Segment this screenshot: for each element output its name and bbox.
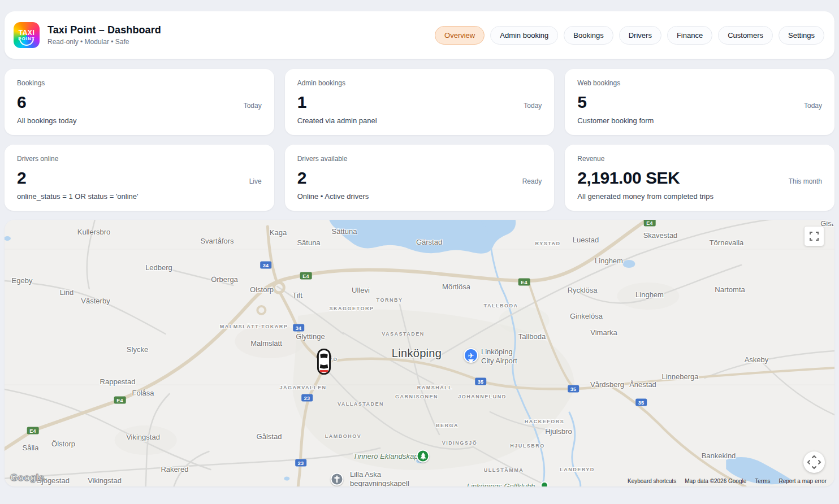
map-label-tift: Tift: [292, 291, 302, 299]
map-district-j-garvallen: JÄGARVALLEN: [279, 385, 326, 390]
card-caption: Customer booking form: [577, 116, 822, 125]
map-label-kullersbro: Kullersbro: [77, 228, 111, 236]
card-value: 2: [297, 170, 306, 186]
map-poi-link-ping: LinköpingCity Airport: [481, 347, 517, 365]
map-district-sk-ggetorp: SKÄGGETORP: [330, 306, 374, 311]
logo-text-bottom: POINT: [18, 37, 34, 41]
card-value: 2: [17, 170, 26, 186]
map-label-luestad: Luestad: [573, 236, 599, 244]
map-label-fol-sa: Folåsa: [132, 389, 154, 397]
map-district-hackefors: HACKEFORS: [525, 419, 565, 424]
card-caption: All bookings today: [17, 116, 262, 125]
road-badge-e4: E4: [300, 272, 312, 280]
card-value: 5: [577, 94, 586, 111]
chapel-marker[interactable]: [331, 473, 344, 486]
map-label-kaga: Kaga: [270, 228, 287, 237]
card-badge: Today: [804, 102, 822, 110]
card-label: Bookings: [17, 79, 262, 87]
road-badge-23: 23: [301, 394, 313, 402]
cross-icon: [334, 476, 340, 483]
map-label-m-rtl-sa: Mörtlösa: [442, 283, 470, 291]
card-badge: This month: [789, 177, 822, 185]
map-district-vidingsj: VIDINGSJÖ: [442, 440, 478, 446]
keyboard-shortcuts-link[interactable]: Keyboard shortcuts: [628, 478, 676, 484]
road-badge-e4: E4: [27, 427, 39, 435]
terms-link[interactable]: Terms: [755, 478, 770, 484]
park-marker[interactable]: [417, 450, 430, 463]
map-label-lstorp: Ölstorp: [51, 440, 75, 448]
map-label-slycke: Slycke: [127, 345, 148, 354]
map-attribution: Keyboard shortcuts Map data ©2026 Google…: [628, 478, 827, 484]
card-badge: Today: [524, 102, 542, 110]
map-district-johannelund: JOHANNELUND: [458, 394, 507, 399]
card-badge: Today: [244, 102, 262, 110]
airport-marker[interactable]: ✈: [464, 348, 478, 363]
brand: TAXI POINT Taxi Point – Dashboard Read-o…: [14, 22, 161, 48]
map-label-nestad: Ånestad: [629, 380, 656, 389]
map-district-ullst-mma: ULLSTÄMMA: [484, 467, 524, 473]
card-label: Drivers online: [17, 155, 262, 163]
golf-marker[interactable]: [540, 481, 548, 486]
road-badge-34: 34: [293, 324, 304, 332]
card-label: Admin bookings: [297, 79, 542, 87]
nav-tab-admin-booking[interactable]: Admin booking: [490, 26, 558, 45]
card-value: 2,191.00 SEK: [577, 170, 680, 186]
page-subtitle: Read-only • Modular • Safe: [47, 38, 161, 46]
nav-tab-bookings[interactable]: Bookings: [564, 26, 613, 45]
card-value: 6: [17, 94, 26, 111]
map-label-rberga: Örberga: [211, 275, 238, 284]
map-city-label: Linköping: [392, 347, 442, 360]
map-label-egeby: Egeby: [12, 276, 33, 285]
card-value: 1: [297, 94, 306, 111]
road-badge-35: 35: [475, 378, 486, 385]
map-poi-lilla-aska: Lilla Askabegravningskapell: [350, 470, 409, 486]
fullscreen-icon: [810, 232, 819, 241]
map-poi-tinner-eklandskap: Tinnerö Eklandskap: [353, 452, 418, 460]
stat-card-revenue: Revenue2,191.00 SEKThis monthAll generat…: [565, 145, 834, 211]
map-label-g-rstad: Gärstad: [416, 238, 442, 246]
map-district-tallboda: TALLBODA: [484, 303, 518, 309]
logo-text-top: TAXI: [19, 29, 34, 36]
nav-tab-settings[interactable]: Settings: [779, 26, 824, 45]
map-label-glyttinge: Glyttinge: [296, 332, 325, 341]
nav-tab-drivers[interactable]: Drivers: [619, 26, 661, 45]
map-label-vikingstad: Vikingstad: [126, 433, 160, 441]
map-district-vallastaden: VALLASTADEN: [338, 401, 384, 407]
map-label-g-lstad: Gålstad: [257, 432, 282, 441]
nav-tab-finance[interactable]: Finance: [667, 26, 712, 45]
card-label: Drivers available: [297, 155, 542, 163]
google-logo[interactable]: Google: [10, 472, 44, 484]
map-district-garnisonen: GARNISONEN: [395, 394, 438, 399]
card-label: Web bookings: [577, 79, 822, 87]
road-badge-e4: E4: [518, 279, 530, 286]
map-label-ryckl-sa: Rycklösa: [568, 286, 598, 294]
card-caption: online_status = 1 OR status = 'online': [17, 192, 262, 201]
card-caption: Online • Active drivers: [297, 192, 542, 201]
pan-control[interactable]: [803, 451, 825, 473]
map-label-skavestad: Skavestad: [643, 231, 678, 240]
map-label-ginkel-sa: Ginkelösa: [570, 312, 603, 320]
map-label-ullevi: Ullevi: [352, 286, 370, 294]
nav-tab-customers[interactable]: Customers: [718, 26, 773, 45]
map[interactable]: KullersbroSvartåforsKagaSättunaSätunaGär…: [5, 220, 834, 486]
airplane-icon: ✈: [468, 351, 474, 360]
map-district-vasastaden: VASASTADEN: [382, 331, 425, 337]
fullscreen-button[interactable]: [805, 227, 824, 246]
stat-card-drivers-available: Drivers available2ReadyOnline • Active d…: [285, 145, 555, 211]
map-district-hjulsbro: HJULSBRO: [510, 443, 545, 449]
taxi-car-marker[interactable]: [316, 348, 332, 377]
map-district-tornby: TORNBY: [377, 297, 403, 303]
report-map-error-link[interactable]: Report a map error: [779, 478, 827, 484]
card-badge: Ready: [522, 177, 542, 185]
map-label-svart-fors: Svartåfors: [200, 237, 233, 245]
stat-card-drivers-online: Drivers online2Liveonline_status = 1 OR …: [5, 145, 274, 211]
card-label: Revenue: [577, 155, 822, 163]
nav-tab-overview[interactable]: Overview: [435, 26, 485, 45]
map-label-ledberg: Ledberg: [145, 263, 172, 272]
map-district-landeryd: LANDERYD: [560, 467, 595, 472]
map-district-lambohov: LAMBOHOV: [325, 433, 362, 439]
map-label-gistad: Gistad: [820, 220, 834, 228]
page-title: Taxi Point – Dashboard: [47, 24, 161, 36]
map-district-berga: BERGA: [436, 423, 459, 428]
map-label-lind: Lind: [60, 288, 74, 297]
